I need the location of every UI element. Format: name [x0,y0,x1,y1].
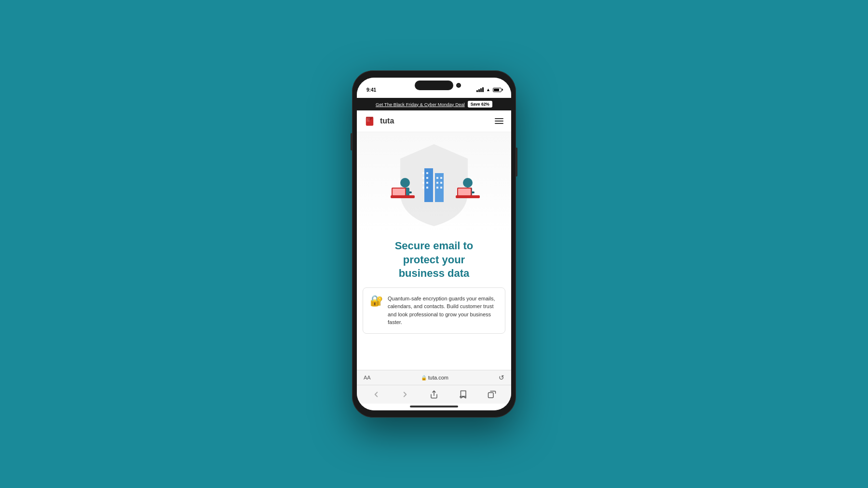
signal-icon [476,87,484,92]
status-indicators: ▲ [476,87,502,92]
battery-icon [493,88,502,92]
phone-body: 9:41 ▲ [352,70,516,418]
nav-bar: tuta [357,110,511,132]
status-bar: 9:41 ▲ [357,78,511,98]
tabs-button[interactable] [484,389,500,400]
share-button[interactable] [426,389,442,400]
page-content: Secure email to protect your business da… [357,132,511,370]
svg-rect-18 [440,187,442,189]
svg-rect-9 [426,172,428,174]
svg-rect-17 [440,182,442,184]
svg-rect-3 [424,168,433,202]
svg-rect-5 [422,172,424,174]
url-bar[interactable]: 🔒 tuta.com [421,375,448,380]
reload-button[interactable]: ↺ [499,374,504,381]
svg-rect-4 [435,173,444,202]
promo-text: Get The Black Friday & Cyber Monday Deal [376,102,465,107]
svg-rect-12 [426,187,428,189]
tuta-logo-icon [365,114,378,128]
svg-rect-15 [436,187,438,189]
svg-rect-11 [426,182,428,184]
svg-rect-8 [422,187,424,189]
home-indicator [357,404,511,410]
camera [456,83,461,88]
hero-svg [357,135,511,231]
url-text: tuta.com [428,375,448,380]
hamburger-menu-button[interactable] [495,118,503,124]
back-button[interactable] [368,389,384,400]
svg-rect-2 [366,118,370,122]
forward-button[interactable] [397,389,413,400]
notch [415,81,453,90]
svg-rect-30 [458,189,471,195]
phone-screen: 9:41 ▲ [357,78,511,410]
text-size-button[interactable]: AA [364,375,371,380]
svg-rect-10 [426,177,428,179]
svg-rect-13 [436,177,438,179]
hero-title: Secure email to protect your business da… [366,239,502,281]
hero-illustration [357,132,511,233]
save-badge: Save 62% [468,101,492,108]
feature-card: 🔐 Quantum-safe encryption guards your em… [363,287,505,334]
svg-point-25 [463,178,473,188]
wifi-icon: ▲ [486,87,490,92]
hero-title-line3: business data [399,267,470,279]
svg-rect-14 [436,182,438,184]
lock-icon: 🔒 [421,375,427,380]
address-bar[interactable]: AA 🔒 tuta.com ↺ [357,370,511,385]
encryption-icon: 🔐 [370,295,383,326]
svg-point-19 [400,178,410,188]
browser-bottom-nav [357,385,511,404]
logo-text: tuta [380,117,394,125]
browser-content: Get The Black Friday & Cyber Monday Deal… [357,98,511,404]
svg-rect-24 [393,189,405,195]
svg-rect-16 [440,177,442,179]
feature-description: Quantum-safe encryption guards your emai… [388,295,498,326]
svg-rect-32 [488,393,494,398]
promo-banner[interactable]: Get The Black Friday & Cyber Monday Deal… [357,98,511,110]
hero-title-line2: protect your [403,254,465,266]
svg-rect-7 [422,182,424,184]
hero-title-line1: Secure email to [395,240,474,252]
svg-rect-6 [422,177,424,179]
home-bar [410,406,458,407]
notch-pill [415,81,453,90]
logo[interactable]: tuta [365,114,394,128]
phone-frame: 9:41 ▲ [352,70,516,418]
time-display: 9:41 [366,87,376,93]
hero-heading: Secure email to protect your business da… [357,233,511,281]
bookmarks-button[interactable] [455,389,471,400]
